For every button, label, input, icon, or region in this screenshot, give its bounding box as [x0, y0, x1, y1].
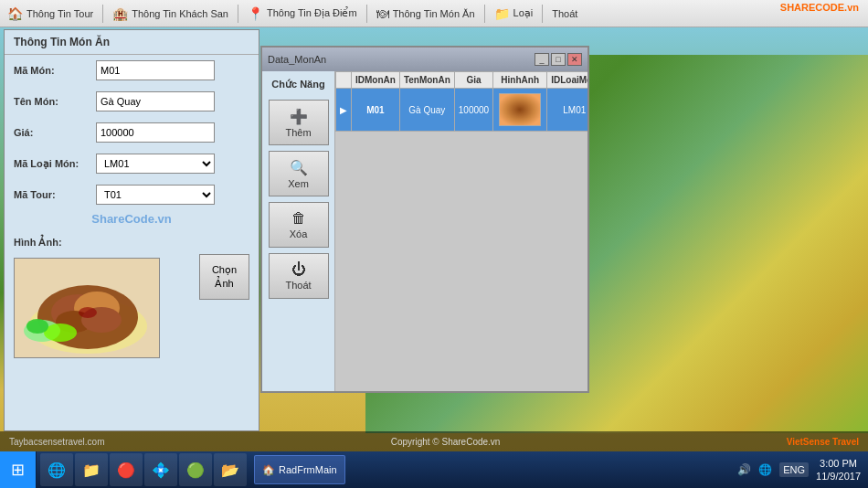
- ten-mon-input[interactable]: [96, 91, 215, 111]
- xoa-label: Xóa: [290, 228, 308, 239]
- svg-point-8: [44, 324, 77, 342]
- menu-item-dia-diem[interactable]: 📍 Thông Tin Địa Điểm: [240, 3, 365, 25]
- hinh-anh-label-row: Hình Ảnh:: [5, 231, 259, 254]
- col-header-id: IDMonAn: [352, 72, 400, 89]
- taskbar-ie-button[interactable]: 🌐: [40, 453, 73, 486]
- ten-mon-label: Tên Món:: [14, 96, 96, 107]
- sharecode-logo: SHARECODE.vn: [780, 2, 859, 13]
- menu-sep-4: [484, 5, 485, 23]
- minimize-button[interactable]: _: [535, 53, 549, 66]
- food-svg: [15, 258, 159, 358]
- app3-icon: 🔴: [117, 461, 135, 479]
- menu-sep-2: [238, 5, 238, 23]
- menu-label-dia-diem: Thông Tin Địa Điểm: [267, 7, 357, 19]
- choose-image-button[interactable]: Chọn Ảnh: [199, 254, 249, 300]
- them-icon: ➕: [290, 108, 308, 125]
- cell-hinh: [493, 89, 547, 132]
- svg-point-9: [26, 319, 48, 334]
- xoa-icon: 🗑: [291, 210, 306, 227]
- taskbar: ⊞ 🌐 📁 🔴 💠 🟢 📂 🏠 RadFrmMain 🔊 🌐 ENG: [0, 451, 868, 488]
- menu-sep-3: [366, 5, 367, 23]
- grid-table: IDMonAn TenMonAn Gia HinhAnh IDLoaiMon I…: [335, 71, 587, 296]
- cell-loai: LM01: [547, 89, 587, 132]
- app-icon-small: 🏠: [262, 464, 275, 476]
- ma-tour-label: Mã Tour:: [14, 189, 96, 200]
- mon-an-icon: 🍽: [376, 6, 389, 21]
- ma-mon-input[interactable]: [96, 60, 215, 80]
- menu-sep-1: [102, 5, 103, 23]
- menu-label-mon-an: Thông Tin Món Ăn: [393, 8, 475, 19]
- explorer-icon: 📁: [82, 461, 101, 479]
- taskbar-folder-button[interactable]: 📂: [214, 453, 247, 486]
- food-image: [15, 259, 159, 357]
- copyright-text: Copyright © ShareCode.vn: [391, 437, 501, 447]
- menu-item-khach-san[interactable]: 🏨 Thông Tin Khách San: [105, 3, 236, 25]
- language-indicator[interactable]: ENG: [779, 462, 809, 477]
- start-button[interactable]: ⊞: [0, 451, 37, 488]
- taskbar-app3-button[interactable]: 🔴: [110, 453, 143, 486]
- empty-row-4: [336, 214, 588, 241]
- vietsense-logo: VietSense Travel: [787, 437, 859, 447]
- menu-item-thoat[interactable]: Thoát: [545, 5, 585, 23]
- empty-row-6: [336, 269, 588, 296]
- choose-btn-line2: Ảnh: [215, 278, 233, 290]
- empty-row-3: [336, 186, 588, 214]
- main-form-title: Thông Tin Món Ăn: [5, 30, 259, 55]
- grid-food-image-cell: [497, 91, 543, 128]
- col-header-ten: TenMonAn: [399, 72, 454, 89]
- ten-mon-row: Tên Món:: [5, 86, 259, 117]
- ma-tour-row: Mã Tour: T01 T02: [5, 179, 259, 210]
- ma-tour-select[interactable]: T01 T02: [96, 185, 215, 205]
- taskbar-vs-button[interactable]: 💠: [144, 453, 177, 486]
- gia-row: Giá:: [5, 117, 259, 148]
- col-header-arrow: [336, 72, 352, 89]
- ma-mon-label: Mã Món:: [14, 65, 96, 76]
- maximize-button[interactable]: □: [551, 53, 566, 66]
- gia-input[interactable]: [96, 122, 215, 143]
- taskbar-middle: 🏠 RadFrmMain: [250, 455, 737, 484]
- xoa-button[interactable]: 🗑 Xóa: [269, 202, 329, 248]
- open-app-item[interactable]: 🏠 RadFrmMain: [254, 455, 345, 484]
- image-preview: [14, 258, 160, 358]
- thoat-icon: ⏻: [291, 261, 306, 278]
- col-header-loai: IDLoaiMon: [547, 72, 587, 89]
- menu-item-thong-tin-tour[interactable]: 🏠 Thông Tin Tour: [0, 3, 101, 25]
- menu-item-loai[interactable]: 📁 Loại: [487, 3, 541, 25]
- ma-loai-mon-row: Mã Loại Món: LM01 LM02: [5, 148, 259, 179]
- image-section: Chọn Ảnh: [5, 254, 259, 362]
- thoat-button[interactable]: ⏻ Thoát: [269, 253, 329, 299]
- taskbar-app5-button[interactable]: 🟢: [179, 453, 212, 486]
- titlebar-controls: _ □ ✕: [535, 53, 582, 66]
- data-titlebar: Data_MonAn _ □ ✕: [262, 48, 587, 71]
- grid-header: IDMonAn TenMonAn Gia HinhAnh IDLoaiMon I…: [336, 72, 588, 89]
- table-row[interactable]: ▶ M01 Gà Quay 100000 LM01 T01: [336, 89, 588, 132]
- xem-label: Xem: [288, 178, 309, 189]
- choose-btn-line1: Chọn: [212, 264, 237, 276]
- data-window-title: Data_MonAn: [268, 54, 326, 65]
- app-label: RadFrmMain: [279, 464, 337, 475]
- xem-button[interactable]: 🔍 Xem: [269, 151, 329, 196]
- them-button[interactable]: ➕ Thêm: [269, 100, 329, 145]
- menu-item-mon-an[interactable]: 🍽 Thông Tin Món Ăn: [369, 3, 482, 25]
- vs-icon: 💠: [152, 461, 170, 479]
- grid-body: ▶ M01 Gà Quay 100000 LM01 T01: [336, 89, 588, 296]
- empty-row-2: [336, 159, 588, 186]
- them-label: Thêm: [285, 127, 311, 138]
- chuc-nang-panel: Chức Năng ➕ Thêm 🔍 Xem 🗑 Xóa ⏻ Thoát: [262, 71, 335, 391]
- system-clock: 3:00 PM 11/9/2017: [816, 457, 861, 483]
- loai-icon: 📁: [494, 6, 510, 21]
- thoat-label: Thoát: [285, 280, 311, 291]
- cell-gia: 100000: [454, 89, 492, 132]
- taskbar-explorer-button[interactable]: 📁: [75, 453, 108, 486]
- tray-icon-2: 🌐: [758, 463, 772, 476]
- windows-icon: ⊞: [11, 460, 25, 480]
- close-button[interactable]: ✕: [567, 53, 582, 66]
- ma-loai-mon-select[interactable]: LM01 LM02: [96, 154, 215, 174]
- data-grid[interactable]: IDMonAn TenMonAn Gia HinhAnh IDLoaiMon I…: [335, 71, 587, 391]
- svg-point-10: [79, 307, 97, 318]
- clock-time: 3:00 PM: [816, 457, 861, 470]
- khach-san-icon: 🏨: [112, 6, 128, 21]
- gia-label: Giá:: [14, 127, 96, 138]
- data-window: Data_MonAn _ □ ✕ Chức Năng ➕ Thêm 🔍 Xem …: [260, 46, 589, 393]
- xem-icon: 🔍: [290, 159, 308, 176]
